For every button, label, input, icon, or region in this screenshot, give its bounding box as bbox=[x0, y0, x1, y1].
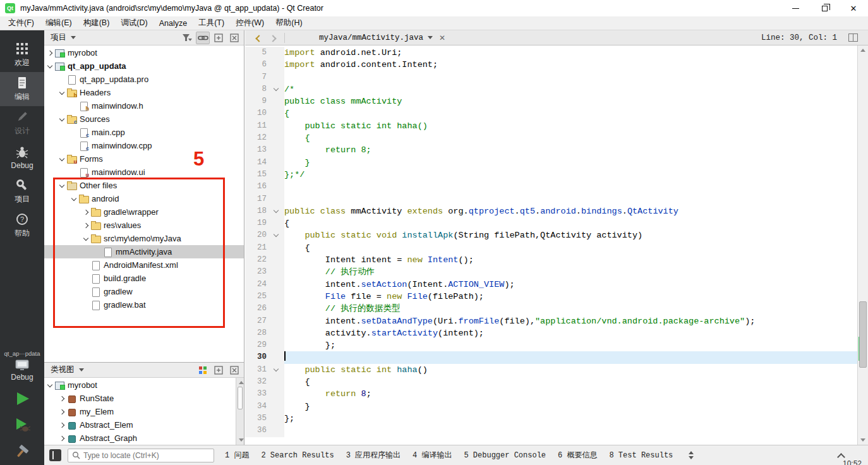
line-number[interactable]: 12 bbox=[245, 132, 270, 144]
expander-chevron-icon[interactable] bbox=[59, 396, 66, 402]
line-number[interactable]: 6 bbox=[245, 59, 270, 71]
line-number[interactable]: 14 bbox=[245, 157, 270, 169]
line-number[interactable]: 24 bbox=[245, 279, 270, 291]
line-number[interactable]: 16 bbox=[245, 181, 270, 193]
close-button[interactable]: ✕ bbox=[839, 0, 868, 16]
line-number[interactable]: 29 bbox=[245, 339, 270, 351]
line-number[interactable]: 33 bbox=[245, 388, 270, 400]
expander-chevron-icon[interactable] bbox=[71, 196, 78, 202]
tree-item-android[interactable]: android bbox=[44, 192, 244, 205]
tree-item-src-my-demo-myjava[interactable]: src\my\demo\myJava bbox=[44, 232, 244, 245]
expander-chevron-icon[interactable] bbox=[59, 183, 66, 189]
output-pane-selector-arrows[interactable] bbox=[689, 451, 694, 459]
expander-chevron-icon[interactable] bbox=[59, 422, 66, 428]
tree-item-mmactivity-java[interactable]: mmActivity.java bbox=[44, 245, 244, 258]
expander-chevron-icon[interactable] bbox=[59, 435, 66, 442]
fold-marker[interactable] bbox=[270, 364, 284, 376]
mode-debug[interactable]: Debug bbox=[0, 140, 44, 174]
line-number[interactable]: 7 bbox=[245, 71, 270, 83]
code-line-24[interactable]: 24 intent.setAction(Intent.ACTION_VIEW); bbox=[245, 279, 857, 291]
menu-t[interactable]: 工具(T) bbox=[193, 16, 230, 30]
code-line-21[interactable]: 21 { bbox=[245, 242, 857, 254]
output-pane-button-8-test-results[interactable]: 8 Test Results bbox=[605, 449, 677, 462]
tree-item-my-elem[interactable]: my_Elem bbox=[44, 405, 244, 418]
minimize-button[interactable] bbox=[781, 0, 810, 16]
tree-item-res-values[interactable]: res\values bbox=[44, 219, 244, 232]
menu-f[interactable]: 文件(F) bbox=[3, 16, 40, 30]
mode-projects[interactable]: 项目 bbox=[0, 174, 44, 208]
fold-marker[interactable] bbox=[270, 83, 284, 95]
line-number[interactable]: 32 bbox=[245, 376, 270, 388]
code-line-16[interactable]: 16 bbox=[245, 181, 857, 193]
code-line-25[interactable]: 25 File file = new File(filePath); bbox=[245, 291, 857, 303]
kit-selector-button[interactable]: Debug bbox=[11, 359, 33, 382]
menu-w[interactable]: 控件(W) bbox=[230, 16, 270, 30]
tree-item-qt-app-updata-pro[interactable]: qt_app_updata.pro bbox=[44, 73, 244, 86]
code-line-30[interactable]: 30 bbox=[245, 351, 857, 363]
mode-welcome[interactable]: 欢迎 bbox=[0, 38, 44, 72]
line-number[interactable]: 28 bbox=[245, 327, 270, 339]
close-panel-button[interactable] bbox=[227, 32, 241, 44]
line-number[interactable]: 20 bbox=[245, 229, 270, 241]
project-pane-selector[interactable]: 项目 bbox=[47, 32, 80, 43]
code-line-7[interactable]: 7 bbox=[245, 71, 857, 83]
code-line-19[interactable]: 19{ bbox=[245, 217, 857, 229]
code-line-35[interactable]: 35}; bbox=[245, 413, 857, 425]
split-editor-icon[interactable] bbox=[848, 33, 858, 42]
menu-h[interactable]: 帮助(H) bbox=[270, 16, 308, 30]
mode-help[interactable]: ? 帮助 bbox=[0, 208, 44, 243]
close-document-button[interactable]: ✕ bbox=[439, 33, 445, 42]
classview-scrollbar[interactable] bbox=[236, 378, 244, 445]
code-line-22[interactable]: 22 Intent intent = new Intent(); bbox=[245, 254, 857, 266]
line-number[interactable]: 15 bbox=[245, 169, 270, 181]
maximize-output-button[interactable] bbox=[836, 451, 845, 460]
code-line-33[interactable]: 33 return 8; bbox=[245, 388, 857, 400]
tree-item-forms[interactable]: uForms bbox=[44, 152, 244, 166]
tree-item-myrobot[interactable]: myrobot bbox=[44, 378, 244, 392]
fold-marker[interactable] bbox=[270, 229, 284, 241]
line-number[interactable]: 30 bbox=[245, 351, 270, 363]
output-pane-button-1[interactable]: 1 问题 bbox=[220, 448, 253, 462]
expander-chevron-icon[interactable] bbox=[59, 116, 66, 123]
output-pane-button-6[interactable]: 6 概要信息 bbox=[553, 448, 601, 462]
code-line-26[interactable]: 26 // 执行的数据类型 bbox=[245, 303, 857, 315]
tree-item-abstract-elem[interactable]: Abstract_Elem bbox=[44, 418, 244, 432]
line-number[interactable]: 31 bbox=[245, 364, 270, 376]
tree-item-abstract-graph[interactable]: Abstract_Graph bbox=[44, 432, 244, 445]
code-line-32[interactable]: 32 { bbox=[245, 376, 857, 388]
code-line-20[interactable]: 20 public static void installApk(String … bbox=[245, 229, 857, 241]
menu-b[interactable]: 构建(B) bbox=[78, 16, 116, 30]
expander-chevron-icon[interactable] bbox=[83, 209, 90, 215]
debug-run-button[interactable] bbox=[14, 412, 30, 438]
line-number[interactable]: 27 bbox=[245, 315, 270, 327]
back-icon[interactable] bbox=[255, 35, 261, 41]
code-line-15[interactable]: 15};*/ bbox=[245, 169, 857, 181]
line-number[interactable]: 13 bbox=[245, 144, 270, 156]
close-panel-button[interactable] bbox=[227, 364, 241, 377]
line-number[interactable]: 35 bbox=[245, 413, 270, 425]
scrollbar-thumb[interactable] bbox=[859, 301, 867, 368]
code-line-14[interactable]: 14 } bbox=[245, 157, 857, 169]
tree-item-headers[interactable]: hHeaders bbox=[44, 86, 244, 99]
output-pane-button-4[interactable]: 4 编译输出 bbox=[408, 448, 456, 462]
tree-item-other-files[interactable]: Other files bbox=[44, 179, 244, 192]
code-line-36[interactable]: 36 bbox=[245, 425, 857, 437]
output-pane-button-5-debugger-console[interactable]: 5 Debugger Console bbox=[459, 449, 550, 462]
filter-button[interactable] bbox=[180, 32, 194, 44]
expander-chevron-icon[interactable] bbox=[47, 50, 54, 56]
line-number[interactable]: 22 bbox=[245, 254, 270, 266]
code-line-8[interactable]: 8/* bbox=[245, 83, 857, 95]
split-panel-button[interactable] bbox=[212, 364, 226, 377]
code-line-31[interactable]: 31 public static int haha() bbox=[245, 364, 857, 376]
tree-item-gradle-wrapper[interactable]: gradle\wrapper bbox=[44, 205, 244, 219]
menu-d[interactable]: 调试(D) bbox=[115, 16, 153, 30]
line-number[interactable]: 9 bbox=[245, 95, 270, 107]
tree-item-mainwindow-ui[interactable]: umainwindow.ui bbox=[44, 166, 244, 179]
expander-chevron-icon[interactable] bbox=[59, 156, 66, 162]
line-number[interactable]: 10 bbox=[245, 107, 270, 119]
expander-chevron-icon[interactable] bbox=[59, 409, 66, 415]
code-line-28[interactable]: 28 activity.startActivity(intent); bbox=[245, 327, 857, 339]
code-line-9[interactable]: 9public class mmActivity bbox=[245, 95, 857, 107]
tree-item-gradlew[interactable]: gradlew bbox=[44, 285, 244, 298]
expander-chevron-icon[interactable] bbox=[83, 236, 90, 242]
